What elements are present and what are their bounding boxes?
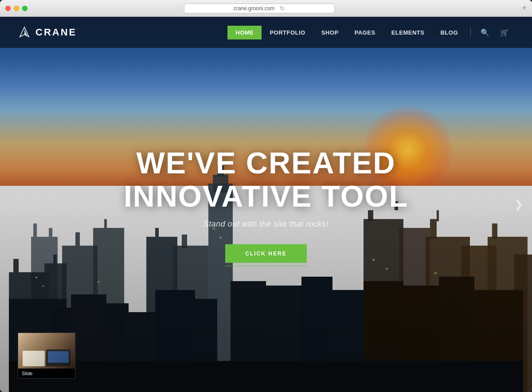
hero-title: WE'VE CREATED INNOVATIVE TOOL: [53, 146, 479, 213]
slide-preview-image: [18, 333, 75, 368]
nav-item-shop[interactable]: SHOP: [313, 26, 347, 39]
address-bar: crane.grooni.com ↻: [27, 4, 491, 13]
slide-desk-element: [23, 351, 45, 366]
next-slide-button[interactable]: ❯: [514, 198, 523, 211]
logo[interactable]: CRANE: [18, 26, 77, 39]
hero-content: WE'VE CREATED INNOVATIVE TOOL Stand out …: [53, 146, 479, 263]
close-button[interactable]: [5, 6, 11, 11]
nav-menu: HOME PORTFOLIO SHOP PAGES ELEMENTS BLOG …: [227, 25, 514, 40]
title-bar: crane.grooni.com ↻ +: [0, 0, 532, 17]
url-input[interactable]: crane.grooni.com ↻: [184, 4, 335, 13]
nav-item-home[interactable]: HOME: [227, 26, 262, 39]
add-tab-button[interactable]: +: [522, 4, 527, 13]
nav-item-elements[interactable]: ELEMENTS: [383, 26, 433, 39]
browser-window: crane.grooni.com ↻ +: [0, 0, 532, 392]
nav-divider: [470, 28, 471, 37]
logo-text: CRANE: [35, 27, 77, 38]
hero-subtitle: Stand out with the site that rocks!: [53, 219, 479, 228]
traffic-lights: [5, 6, 27, 11]
url-text: crane.grooni.com: [234, 5, 275, 12]
slide-laptop-element: [46, 349, 70, 366]
window-controls-right: +: [491, 4, 527, 13]
minimize-button[interactable]: [14, 6, 19, 11]
slide-label: Slide: [18, 368, 75, 378]
hero-title-line2: INNOVATIVE TOOL: [124, 179, 408, 213]
nav-item-portfolio[interactable]: PORTFOLIO: [262, 26, 313, 39]
search-icon[interactable]: 🔍: [475, 25, 495, 40]
maximize-button[interactable]: [22, 6, 27, 11]
nav-item-blog[interactable]: BLOG: [432, 26, 466, 39]
cart-icon[interactable]: 🛒: [495, 25, 514, 40]
hero-title-line1: WE'VE CREATED: [137, 146, 396, 180]
nav-item-pages[interactable]: PAGES: [347, 26, 383, 39]
slide-thumbnail[interactable]: Slide: [18, 333, 75, 379]
navbar: CRANE HOME PORTFOLIO SHOP PAGES ELEMENTS…: [0, 17, 532, 48]
hero-cta-button[interactable]: CLICK HERE: [225, 244, 306, 263]
browser-content: CRANE HOME PORTFOLIO SHOP PAGES ELEMENTS…: [0, 17, 532, 392]
refresh-icon[interactable]: ↻: [280, 5, 285, 12]
logo-icon: [18, 26, 31, 39]
